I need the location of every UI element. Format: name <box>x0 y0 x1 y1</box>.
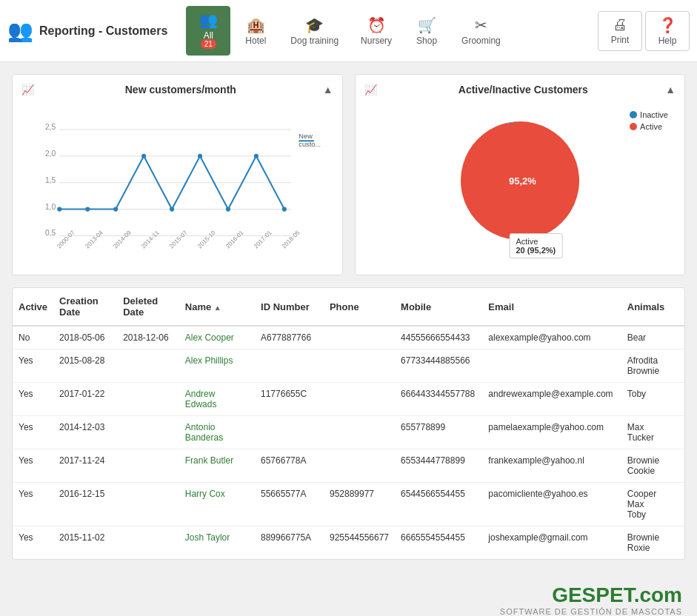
customer-name-link[interactable]: Antonio Banderas <box>185 422 223 443</box>
shop-icon: 🛒 <box>418 16 436 34</box>
cell-animals: MaxTucker <box>621 416 684 449</box>
tab-print-label: Print <box>611 35 630 45</box>
customer-name-link[interactable]: Josh Taylor <box>185 532 230 543</box>
cell-creation-date: 2016-12-15 <box>53 483 117 526</box>
cell-name[interactable]: Harry Cox <box>179 483 255 526</box>
customers-table-section: Active Creation Date Deleted Date Name ▲… <box>12 287 685 560</box>
cell-email <box>482 349 621 383</box>
cell-id-number: 65766778A <box>255 449 324 483</box>
th-active[interactable]: Active <box>13 288 53 326</box>
table-header: Active Creation Date Deleted Date Name ▲… <box>13 288 684 326</box>
cell-phone <box>324 383 395 416</box>
customer-name-link[interactable]: Andrew Edwads <box>185 389 217 409</box>
cell-creation-date: 2017-11-24 <box>53 449 117 483</box>
dog-training-icon: 🎓 <box>305 16 324 34</box>
table-row: Yes2017-01-22Andrew Edwads11776655C66644… <box>13 383 684 416</box>
cell-id-number: 55665577A <box>255 483 324 526</box>
th-animals[interactable]: Animals <box>621 288 684 326</box>
svg-point-12 <box>113 207 118 212</box>
app-container: 👥 Reporting - Customers 👥 All 21 🏨 Hotel… <box>0 0 697 616</box>
active-dot <box>630 123 637 130</box>
tooltip-label: Active <box>516 237 538 246</box>
cell-active: Yes <box>13 349 53 383</box>
tab-shop[interactable]: 🛒 Shop <box>404 11 449 51</box>
legend-inactive: Inactive <box>630 110 668 119</box>
charts-row: 📈 New customers/month ▲ 0,5 1,0 1,5 2,0 … <box>0 62 697 287</box>
cell-email: alexexample@yahoo.com <box>482 326 621 349</box>
page-title: Reporting - Customers <box>39 24 167 38</box>
active-legend-label: Active <box>640 122 662 131</box>
tooltip-value: 20 (95,2%) <box>516 246 556 255</box>
svg-text:2,5: 2,5 <box>45 123 56 131</box>
cell-phone <box>324 416 395 449</box>
customer-name-link[interactable]: Alex Cooper <box>185 332 234 343</box>
cell-email: joshexample@gmail.com <box>482 526 621 560</box>
cell-name[interactable]: Andrew Edwads <box>179 383 255 416</box>
tab-grooming[interactable]: ✂ Grooming <box>452 11 510 51</box>
cell-creation-date: 2015-08-28 <box>53 349 117 383</box>
th-creation-label: Creation Date <box>59 295 99 318</box>
nursery-icon: ⏰ <box>367 16 386 34</box>
cell-deleted-date <box>117 449 179 483</box>
cell-creation-date: 2015-11-02 <box>53 526 117 560</box>
cell-email: frankexample@yahoo.nl <box>482 449 621 483</box>
footer-brand: GESPET.com <box>15 583 682 607</box>
table-row: Yes2014-12-03Antonio Banderas655778899pa… <box>13 416 684 449</box>
cell-deleted-date: 2018-12-06 <box>117 326 179 349</box>
legend-active: Active <box>630 122 668 131</box>
th-phone[interactable]: Phone <box>324 288 395 326</box>
svg-text:2015-07: 2015-07 <box>168 229 189 250</box>
th-name[interactable]: Name ▲ <box>179 288 255 326</box>
cell-animals: AfroditaBrownie <box>621 349 684 383</box>
tab-nursery[interactable]: ⏰ Nursery <box>351 11 401 51</box>
cell-mobile: 6553444778899 <box>395 449 482 483</box>
cell-id-number: 889966775A <box>255 526 324 560</box>
tab-dog-training[interactable]: 🎓 Dog training <box>281 11 348 51</box>
trend-icon-new: 📈 <box>21 84 34 96</box>
line-chart-container: 0,5 1,0 1,5 2,0 2,5 <box>21 103 333 266</box>
brand-dot: .com <box>634 583 682 606</box>
th-id-number[interactable]: ID Number <box>255 288 324 326</box>
svg-text:1,5: 1,5 <box>45 176 56 184</box>
cell-phone <box>324 349 395 383</box>
cell-active: Yes <box>13 383 53 416</box>
cell-email: pamelaexample@yahoo.com <box>482 416 621 449</box>
table-row: Yes2016-12-15Harry Cox55665577A952889977… <box>13 483 684 526</box>
customer-name-link[interactable]: Frank Butler <box>185 455 233 466</box>
tab-print[interactable]: 🖨 Print <box>598 11 642 51</box>
collapse-btn-new[interactable]: ▲ <box>323 84 333 96</box>
tab-help[interactable]: ❓ Help <box>645 11 690 51</box>
chart-header-active: 📈 Active/Inactive Customers ▲ <box>364 84 676 96</box>
table-body: No2018-05-062018-12-06Alex CooperA677887… <box>13 326 684 559</box>
cell-id-number: 11776655C <box>255 383 324 416</box>
cell-name[interactable]: Josh Taylor <box>179 526 255 560</box>
cell-mobile: 44555666554433 <box>395 326 482 349</box>
collapse-btn-active[interactable]: ▲ <box>665 84 676 96</box>
cell-active: Yes <box>13 449 53 483</box>
cell-creation-date: 2017-01-22 <box>53 383 117 416</box>
cell-name[interactable]: Alex Phillips <box>179 349 255 383</box>
tab-hotel[interactable]: 🏨 Hotel <box>233 11 278 51</box>
cell-active: Yes <box>13 416 53 449</box>
cell-id-number <box>255 349 324 383</box>
th-mobile[interactable]: Mobile <box>395 288 482 326</box>
customer-name-link[interactable]: Harry Cox <box>185 489 225 499</box>
th-phone-label: Phone <box>330 301 359 312</box>
th-email[interactable]: Email <box>482 288 621 326</box>
cell-phone: 952889977 <box>324 483 395 526</box>
brand-name: GESPET <box>552 583 633 606</box>
cell-name[interactable]: Alex Cooper <box>179 326 255 349</box>
tab-nursery-label: Nursery <box>361 36 392 46</box>
tab-shop-label: Shop <box>416 36 437 46</box>
cell-animals: Toby <box>621 383 684 416</box>
th-deleted-date[interactable]: Deleted Date <box>117 288 179 326</box>
svg-text:2016-01: 2016-01 <box>224 229 245 250</box>
inactive-label: Inactive <box>640 110 668 119</box>
customer-name-link[interactable]: Alex Phillips <box>185 355 233 366</box>
all-badge: 21 <box>201 39 216 49</box>
th-creation-date[interactable]: Creation Date <box>53 288 117 326</box>
svg-text:2,0: 2,0 <box>45 150 56 158</box>
cell-name[interactable]: Antonio Banderas <box>179 416 255 449</box>
tab-all[interactable]: 👥 All 21 <box>186 6 230 56</box>
cell-name[interactable]: Frank Butler <box>179 449 255 483</box>
